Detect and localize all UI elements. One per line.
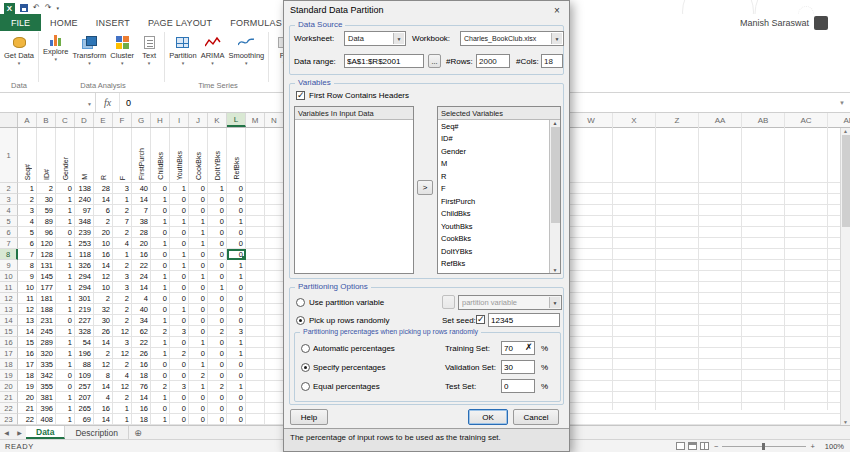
cell-E15[interactable]: 26 <box>94 326 113 337</box>
row-header-7[interactable]: 7 <box>0 238 18 249</box>
sheet-tab-data[interactable]: Data <box>26 426 65 439</box>
cell-C15[interactable]: 1 <box>56 326 75 337</box>
cell-A16[interactable]: 15 <box>18 337 37 348</box>
cell-H19[interactable]: 0 <box>151 370 170 381</box>
cell-N14[interactable] <box>265 315 284 326</box>
partition-variable-picker-button[interactable] <box>442 295 455 309</box>
row-header-17[interactable]: 17 <box>0 348 18 359</box>
column-header-X[interactable]: X <box>613 113 656 127</box>
cell-E21[interactable]: 4 <box>94 392 113 403</box>
sheet-nav-right-icon[interactable]: ▶ <box>13 426 26 439</box>
cell-K1[interactable]: DoItYBks <box>208 128 227 183</box>
cell-I17[interactable]: 2 <box>170 348 189 359</box>
cell-C5[interactable]: 1 <box>56 216 75 227</box>
column-header-F[interactable]: F <box>113 113 132 127</box>
selected-variable[interactable]: ArtBks <box>438 270 560 274</box>
cell-I15[interactable]: 3 <box>170 326 189 337</box>
cell-I4[interactable]: 0 <box>170 205 189 216</box>
row-header-20[interactable]: 20 <box>0 381 18 392</box>
cell-G21[interactable]: 14 <box>132 392 151 403</box>
row-header-22[interactable]: 22 <box>0 403 18 414</box>
cell-F5[interactable]: 7 <box>113 216 132 227</box>
cell-B6[interactable]: 96 <box>37 227 56 238</box>
cell-M6[interactable] <box>246 227 265 238</box>
select-all-corner[interactable] <box>0 113 18 127</box>
column-header-AD[interactable]: AD <box>828 113 850 127</box>
cell-M20[interactable] <box>246 381 265 392</box>
cell-C19[interactable]: 0 <box>56 370 75 381</box>
partition-variable-select[interactable]: partition variable ▼ <box>458 295 562 310</box>
cell-L13[interactable]: 0 <box>227 304 246 315</box>
ribbon-button-get-data[interactable]: Get Data ▾ <box>2 32 36 65</box>
cell-E23[interactable]: 14 <box>94 414 113 425</box>
zoom-slider-thumb[interactable] <box>762 443 765 450</box>
row-header-3[interactable]: 3 <box>0 194 18 205</box>
cell-B21[interactable]: 381 <box>37 392 56 403</box>
cell-A20[interactable]: 19 <box>18 381 37 392</box>
cell-A14[interactable]: 13 <box>18 315 37 326</box>
cell-M14[interactable] <box>246 315 265 326</box>
row-header-11[interactable]: 11 <box>0 282 18 293</box>
save-icon[interactable] <box>20 4 28 12</box>
cell-K6[interactable]: 0 <box>208 227 227 238</box>
cell-C13[interactable]: 1 <box>56 304 75 315</box>
cell-J6[interactable]: 1 <box>189 227 208 238</box>
cell-G12[interactable]: 4 <box>132 293 151 304</box>
selected-variable[interactable]: RefBks <box>438 258 560 271</box>
cell-E1[interactable]: R <box>94 128 113 183</box>
cell-A18[interactable]: 17 <box>18 359 37 370</box>
cell-L6[interactable]: 0 <box>227 227 246 238</box>
cell-M5[interactable] <box>246 216 265 227</box>
cell-G5[interactable]: 38 <box>132 216 151 227</box>
cell-H20[interactable]: 2 <box>151 381 170 392</box>
cell-K5[interactable]: 0 <box>208 216 227 227</box>
cell-C12[interactable]: 1 <box>56 293 75 304</box>
cell-N18[interactable] <box>265 359 284 370</box>
cell-C8[interactable]: 1 <box>56 249 75 260</box>
cell-H22[interactable]: 0 <box>151 403 170 414</box>
cell-H18[interactable]: 0 <box>151 359 170 370</box>
cell-F6[interactable]: 2 <box>113 227 132 238</box>
cell-L9[interactable]: 1 <box>227 260 246 271</box>
vertical-scrollbar[interactable]: ▲ ▼ <box>840 128 850 425</box>
cell-A15[interactable]: 14 <box>18 326 37 337</box>
seed-input[interactable] <box>488 313 560 327</box>
empty-cells-region[interactable] <box>570 128 840 425</box>
cell-M8[interactable] <box>246 249 265 260</box>
cell-A5[interactable]: 4 <box>18 216 37 227</box>
cell-H23[interactable]: 1 <box>151 414 170 425</box>
cell-I1[interactable]: YouthBks <box>170 128 189 183</box>
cell-N10[interactable] <box>265 271 284 282</box>
cell-I21[interactable]: 0 <box>170 392 189 403</box>
cell-H8[interactable]: 0 <box>151 249 170 260</box>
row-header-1[interactable]: 1 <box>0 128 18 183</box>
cell-M1[interactable] <box>246 128 265 183</box>
cell-M11[interactable] <box>246 282 265 293</box>
cell-J11[interactable]: 0 <box>189 282 208 293</box>
cell-B11[interactable]: 177 <box>37 282 56 293</box>
cell-G7[interactable]: 20 <box>132 238 151 249</box>
cell-G17[interactable]: 26 <box>132 348 151 359</box>
cell-D18[interactable]: 88 <box>75 359 94 370</box>
cell-G18[interactable]: 16 <box>132 359 151 370</box>
page-layout-view-icon[interactable] <box>688 442 697 450</box>
cell-F11[interactable]: 3 <box>113 282 132 293</box>
cell-D14[interactable]: 227 <box>75 315 94 326</box>
cell-I7[interactable]: 0 <box>170 238 189 249</box>
cell-I2[interactable]: 1 <box>170 183 189 194</box>
cell-L14[interactable]: 0 <box>227 315 246 326</box>
ok-button[interactable]: OK <box>468 409 508 425</box>
column-header-C[interactable]: C <box>56 113 75 127</box>
cell-K7[interactable]: 0 <box>208 238 227 249</box>
cell-N9[interactable] <box>265 260 284 271</box>
cell-A9[interactable]: 8 <box>18 260 37 271</box>
data-range-input[interactable] <box>344 54 424 68</box>
cell-A2[interactable]: 1 <box>18 183 37 194</box>
cell-B12[interactable]: 181 <box>37 293 56 304</box>
cell-N2[interactable] <box>265 183 284 194</box>
cell-N16[interactable] <box>265 337 284 348</box>
ribbon-button-text[interactable]: Text ▾ <box>136 32 162 65</box>
test-set-input[interactable] <box>501 379 535 393</box>
cell-H7[interactable]: 1 <box>151 238 170 249</box>
cell-K21[interactable]: 0 <box>208 392 227 403</box>
